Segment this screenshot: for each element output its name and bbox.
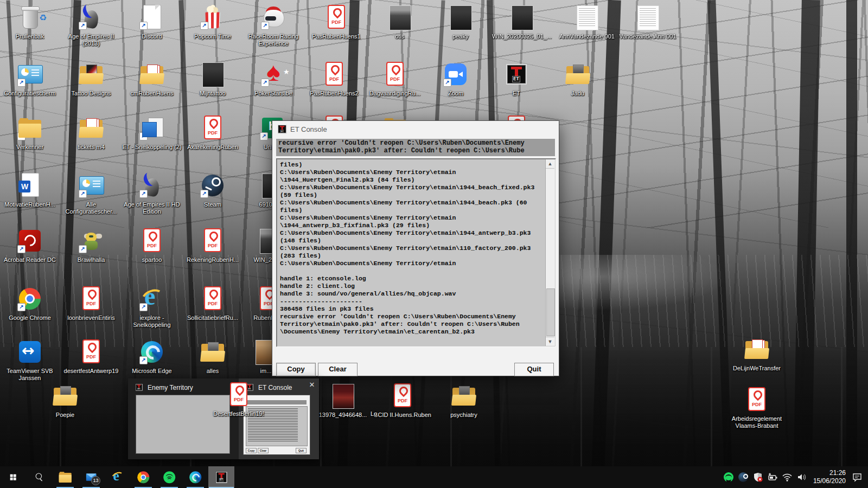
shortcut-arrow-overlay: ↗ xyxy=(79,22,87,30)
desktop-icon-otis[interactable]: otis xyxy=(370,4,430,40)
pdf-icon xyxy=(323,4,349,30)
icon-label: Tattoo Designs xyxy=(61,90,121,97)
desktop-icon-win-20200325-01[interactable]: WIN_20200325_01_... xyxy=(492,4,552,40)
console-error-banner: recursive error 'Couldn't reopen C:\User… xyxy=(276,139,555,156)
taskbar-button-chrome[interactable] xyxy=(130,466,156,488)
folder-photo-icon xyxy=(52,383,78,409)
folder-pdf-icon xyxy=(744,336,770,362)
clear-button[interactable]: Clear xyxy=(318,363,358,376)
icon-label: Acrobat Reader DC xyxy=(0,256,60,264)
defender-tray-icon[interactable] xyxy=(752,472,763,483)
spotify-tray-icon[interactable] xyxy=(723,472,734,483)
desktop-icon-configuratiescherm[interactable]: ↗Configuratiescherm xyxy=(0,61,60,97)
taskbar-button-search[interactable] xyxy=(26,466,52,488)
photo-red-icon xyxy=(330,383,356,409)
desktop-icon-age-of-empires-ii-2013[interactable]: ↗Age of Empires II (2013) xyxy=(61,4,121,47)
wifi-tray-icon[interactable] xyxy=(782,472,793,483)
desktop-icon-sollicitatiebriefru[interactable]: SollicitatiebriefRu... xyxy=(183,286,242,322)
icon-label: TeamViewer SVB Janssen xyxy=(0,368,60,382)
desktop-icon-loonbrievenentiris[interactable]: loonbrievenEntiris xyxy=(61,286,121,322)
desktop-icon-scid-ii-huens-ruben[interactable]: SCID II.Huens.Ruben xyxy=(373,383,432,419)
desktop-icon-vandezande-ann-001[interactable]: Vandezande.Ann 001 xyxy=(618,4,678,40)
zoom-icon: ↗ xyxy=(443,61,469,87)
desktop-icon-discord[interactable]: ↗Discord xyxy=(122,4,182,40)
icon-label: RekeningRubenH... xyxy=(183,256,242,264)
desktop-icon-pasrubenhuens2[interactable]: PasRubenHuens2 xyxy=(304,61,364,97)
desktop-icon-prullenbak[interactable]: Prullenbak xyxy=(0,4,60,40)
desktop-icon-zoom[interactable]: ↗Zoom xyxy=(426,61,486,97)
desktop-icon-arbeidsregelement-vlaams-brabant[interactable]: Arbeidsregelement Vlaams-Brabant xyxy=(727,387,787,429)
desktop-icon-google-chrome[interactable]: ↗Google Chrome xyxy=(0,286,60,322)
desktop-icon-cmrubenhuens[interactable]: cmRubenHuens xyxy=(122,61,182,97)
shortcut-arrow-overlay: ↗ xyxy=(261,22,269,30)
desktop-icon-acrobat-reader-dc[interactable]: ↗Acrobat Reader DC xyxy=(0,228,60,264)
scrollbar-thumb[interactable] xyxy=(546,288,555,336)
scroll-up-icon[interactable]: ▲ xyxy=(546,159,554,169)
desktop-icon-tattoo-designs[interactable]: Tattoo Designs xyxy=(61,61,121,97)
thumbnail-close-icon[interactable]: ✕ xyxy=(306,380,318,390)
desktop-icon-axarekeningruben[interactable]: AxarekeningRuben xyxy=(183,115,242,151)
desktop-icon-rekeningrubenh[interactable]: RekeningRubenH... xyxy=(183,228,242,264)
desktop-icon-microsoft-edge[interactable]: ↗Microsoft Edge xyxy=(122,339,182,375)
desktop-icon-pasrubenhuens1[interactable]: PasRubenHuens1 xyxy=(307,4,366,40)
shortcut-arrow-overlay: ↗ xyxy=(200,190,208,198)
taskbar-button-start[interactable] xyxy=(0,466,26,488)
desktop-icon-alles[interactable]: alles xyxy=(183,339,242,375)
desktop-icon-age-of-empires-ii-hd-edition[interactable]: ↗Age of Empires II HD Edition xyxy=(122,172,182,215)
taskbar-clock[interactable]: 21:26 15/06/2020 xyxy=(811,469,848,485)
desktop-icon-delijnwetransfer[interactable]: DeLijnWeTransfer xyxy=(727,336,787,372)
desktop-icon-teamviewer-svb-janssen[interactable]: TeamViewer SVB Janssen xyxy=(0,339,60,382)
desktop-icon-13978-4946648[interactable]: 13978_4946648... xyxy=(313,383,373,419)
photo-dark-icon xyxy=(509,4,535,30)
desktop-icon-verkenner[interactable]: ↗Verkenner xyxy=(0,115,60,151)
volume-tray-icon[interactable] xyxy=(796,472,807,483)
desktop-icon-motivatierubenh[interactable]: MotivatieRubenH... xyxy=(0,172,60,208)
taskbar-button-file-explorer[interactable] xyxy=(52,466,78,488)
desktop-icon-et[interactable]: ET xyxy=(487,61,546,97)
icon-label: peaky xyxy=(431,33,490,40)
window-titlebar[interactable]: ET Console xyxy=(272,121,559,137)
desktop-icon-annvandezande-001[interactable]: AnnVandezande 001 xyxy=(557,4,617,40)
app-icon: ↗ xyxy=(139,115,165,141)
icon-label: Age of Empires II (2013) xyxy=(61,33,121,47)
steam-tray-icon[interactable] xyxy=(738,472,749,483)
desktop-icon-steam[interactable]: ↗Steam xyxy=(183,172,242,208)
copy-button[interactable]: Copy xyxy=(276,363,316,376)
desktop-icon-jadu[interactable]: Jadu xyxy=(548,61,608,97)
desktop-icon-pokerstars-be[interactable]: ↗PokerStars.be xyxy=(244,61,303,97)
desktop-icon-dagvaardigingru[interactable]: DagvaardigingRu... xyxy=(365,61,425,97)
desktop-icon-desertfestantwerp19[interactable]: desertfestAntwerp19 xyxy=(61,339,121,375)
desktop-icon-brawlhalla[interactable]: ↗Brawlhalla xyxy=(61,228,121,264)
battery-tray-icon[interactable] xyxy=(767,472,778,483)
folder-photo-icon xyxy=(451,383,477,409)
desktop-icon-spartoo[interactable]: spartoo xyxy=(122,228,182,264)
quit-button[interactable]: Quit xyxy=(514,363,554,376)
taskbar-buttons: 13 xyxy=(0,466,234,488)
desktop-icon-iexplore-snelkoppeling[interactable]: ↗iexplore - Snelkoppeling xyxy=(122,286,182,329)
taskbar-button-spotify[interactable] xyxy=(156,466,182,488)
taskbar-button-internet-explorer[interactable] xyxy=(104,466,130,488)
scroll-down-icon[interactable]: ▼ xyxy=(546,337,554,346)
desktop-icon-tickets-m4[interactable]: tickets m4 xyxy=(61,115,121,151)
desktop-icon-desertfestberlin19[interactable]: DesertfestBerlin19! xyxy=(209,382,269,418)
taskbar-button-mail[interactable]: 13 xyxy=(78,466,104,488)
desktop-icon-et-snelkoppeling-2[interactable]: ↗ET - Snelkoppeling (2) xyxy=(122,115,182,151)
desktop-icon-psychiatry[interactable]: psychiatry xyxy=(434,383,494,419)
photo-dark-icon xyxy=(200,61,226,87)
desktop-icon-alle-configuratiescher[interactable]: ↗Alle Configuratiescher... xyxy=(61,172,121,215)
icon-label: Google Chrome xyxy=(0,314,60,322)
taskbar-button-enemy-territory[interactable] xyxy=(208,466,234,488)
desktop-icon-peaky[interactable]: peaky xyxy=(431,4,490,40)
icon-label: PokerStars.be xyxy=(244,90,303,97)
icon-label: RaceRoom Racing Experience xyxy=(244,33,303,47)
pdf-icon xyxy=(200,286,226,312)
icon-label: Poepie xyxy=(35,412,95,419)
desktop-icon-popcorn-time[interactable]: ↗Popcorn Time xyxy=(183,4,242,40)
desktop-icon-raceroom-racing-experience[interactable]: ↗RaceRoom Racing Experience xyxy=(244,4,303,47)
action-center-icon[interactable] xyxy=(852,472,863,483)
teamviewer-icon xyxy=(17,339,43,365)
desktop-icon-poepie[interactable]: Poepie xyxy=(35,383,95,419)
taskbar-button-edge[interactable] xyxy=(182,466,208,488)
desktop-icon-mijntattoo[interactable]: Mijntattoo xyxy=(183,61,242,97)
scrollbar[interactable]: ▲ ▼ xyxy=(545,159,555,346)
